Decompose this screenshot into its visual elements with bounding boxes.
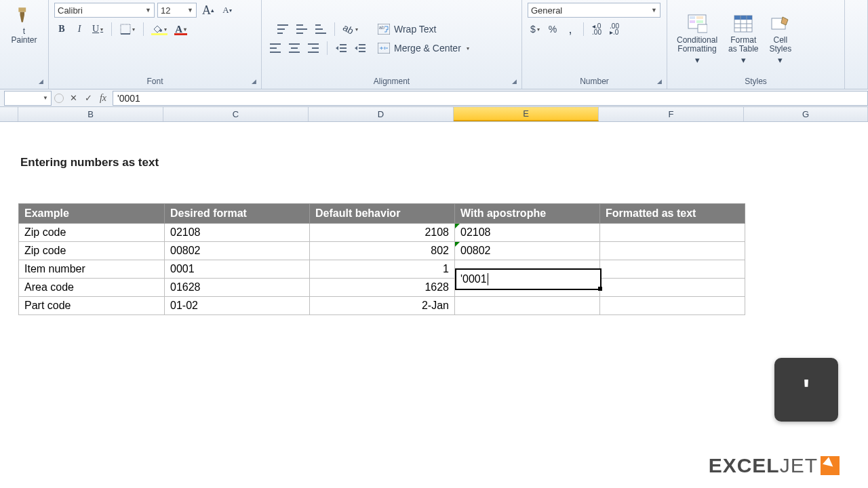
cell[interactable] (600, 260, 745, 279)
logo-mark-icon (821, 456, 840, 475)
header-default: Default behavior (310, 204, 455, 224)
active-cell[interactable]: '0001 (455, 268, 601, 290)
number-group-label: Number (528, 75, 661, 89)
shrink-font-button[interactable]: A▾ (220, 3, 235, 18)
increase-decimal-button[interactable]: ◂.0.00 (589, 22, 604, 37)
keyboard-key-overlay: ' (774, 358, 838, 422)
formula-input[interactable]: '0001 (113, 91, 868, 106)
cell[interactable]: 1628 (310, 279, 455, 297)
svg-rect-19 (734, 16, 752, 20)
clipboard-launcher-icon[interactable]: ◢ (36, 77, 45, 86)
col-header-F[interactable]: F (599, 107, 744, 121)
cell[interactable]: Zip code (19, 242, 165, 260)
insert-function-circle-icon (54, 94, 64, 103)
cell[interactable]: 1 (310, 260, 455, 279)
table-row[interactable]: Item number 0001 1 (19, 260, 745, 279)
table-row[interactable]: Zip code 02108 2108 02108 (19, 224, 745, 242)
cell[interactable] (600, 297, 745, 315)
cell[interactable]: 02108 (455, 224, 600, 242)
align-center-button[interactable] (286, 41, 302, 56)
bold-button[interactable]: B (54, 22, 69, 37)
alignment-launcher-icon[interactable]: ◢ (509, 77, 519, 86)
cancel-edit-button[interactable]: ✕ (66, 92, 80, 105)
col-header-D[interactable]: D (309, 107, 454, 121)
border-icon (120, 24, 131, 35)
cell[interactable]: 0001 (165, 260, 310, 279)
font-size-combo[interactable]: 12▼ (157, 3, 197, 18)
cell-styles-button[interactable]: Cell Styles ▾ (766, 12, 796, 66)
cell[interactable]: Area code (19, 279, 165, 297)
decrease-indent-button[interactable] (333, 41, 349, 56)
percent-format-button[interactable]: % (545, 22, 560, 37)
formula-bar: ▼ ✕ ✓ fx '0001 (0, 89, 868, 107)
cell[interactable]: Part code (19, 297, 165, 315)
cell[interactable]: Item number (19, 260, 165, 279)
align-right-button[interactable] (305, 41, 321, 56)
number-launcher-icon[interactable]: ◢ (654, 77, 664, 86)
conditional-formatting-button[interactable]: Conditional Formatting ▾ (673, 12, 722, 66)
cell[interactable]: 802 (310, 242, 455, 260)
number-format-value: General (531, 5, 562, 16)
font-color-button[interactable]: A▾ (172, 22, 189, 37)
ribbon-group-alignment: ab▾ ab Wrap Text Merge & (262, 0, 522, 89)
cell[interactable] (600, 224, 745, 242)
cell-styles-label: Cell Styles (770, 36, 792, 54)
col-header-G[interactable]: G (744, 107, 868, 121)
cell[interactable]: 00802 (165, 242, 310, 260)
col-header-C[interactable]: C (163, 107, 309, 121)
table-row[interactable]: Zip code 00802 802 00802 (19, 242, 745, 260)
cell[interactable]: 2108 (310, 224, 455, 242)
worksheet-area[interactable]: Entering numbers as text Example Desired… (0, 122, 868, 488)
merge-center-button[interactable]: Merge & Center▾ (375, 41, 477, 56)
align-middle-button[interactable] (294, 22, 310, 37)
cell-styles-icon (770, 13, 791, 35)
align-bottom-button[interactable] (313, 22, 329, 37)
table-row[interactable]: Part code 01-02 2-Jan (19, 297, 745, 315)
ribbon-group-clipboard: t Painter ◢ (0, 0, 49, 89)
header-desired: Desired format (165, 204, 310, 224)
cell[interactable]: Zip code (19, 224, 165, 242)
svg-rect-0 (121, 24, 130, 34)
underline-button[interactable]: U▾ (90, 22, 106, 37)
wrap-text-button[interactable]: ab Wrap Text (375, 22, 477, 37)
cell[interactable] (455, 297, 600, 315)
text-cursor (488, 273, 488, 285)
logo-text-1: EXCEL (709, 454, 780, 477)
align-top-button[interactable] (275, 22, 291, 37)
cell[interactable]: 01-02 (165, 297, 310, 315)
cell[interactable]: 2-Jan (310, 297, 455, 315)
fill-color-button[interactable]: ▾ (149, 22, 170, 37)
increase-indent-button[interactable] (352, 41, 368, 56)
cell[interactable] (600, 279, 745, 297)
format-as-table-button[interactable]: Format as Table ▾ (724, 12, 762, 66)
wrap-icon: ab (378, 24, 390, 35)
confirm-edit-button[interactable]: ✓ (81, 92, 95, 105)
header-formatted: Formatted as text (600, 204, 745, 224)
align-left-button[interactable] (267, 41, 283, 56)
cell[interactable]: 01628 (165, 279, 310, 297)
orientation-button[interactable]: ab▾ (340, 22, 361, 37)
table-header-row: Example Desired format Default behavior … (19, 204, 745, 224)
column-headers: B C D E F G (0, 107, 868, 122)
name-box[interactable]: ▼ (4, 91, 52, 106)
accounting-format-button[interactable]: $▾ (528, 22, 542, 37)
font-launcher-icon[interactable]: ◢ (249, 77, 258, 86)
insert-function-button[interactable]: fx (96, 92, 110, 105)
select-all-corner[interactable] (0, 107, 18, 121)
conditional-formatting-label: Conditional Formatting (677, 36, 717, 54)
col-header-E[interactable]: E (454, 107, 599, 121)
merge-icon (378, 43, 390, 54)
borders-button[interactable]: ▾ (117, 22, 138, 37)
grow-font-button[interactable]: A▴ (199, 3, 217, 18)
decrease-decimal-button[interactable]: .00▸.0 (607, 22, 622, 37)
font-name-combo[interactable]: Calibri▼ (54, 3, 155, 18)
cell[interactable]: 02108 (165, 224, 310, 242)
comma-format-button[interactable]: , (563, 22, 578, 37)
col-header-B[interactable]: B (18, 107, 163, 121)
format-painter-button[interactable]: t Painter (5, 3, 43, 46)
table-row[interactable]: Area code 01628 1628 (19, 279, 745, 297)
italic-button[interactable]: I (72, 22, 87, 37)
cell[interactable]: 00802 (455, 242, 600, 260)
number-format-combo[interactable]: General▼ (528, 3, 660, 18)
cell[interactable] (600, 242, 745, 260)
